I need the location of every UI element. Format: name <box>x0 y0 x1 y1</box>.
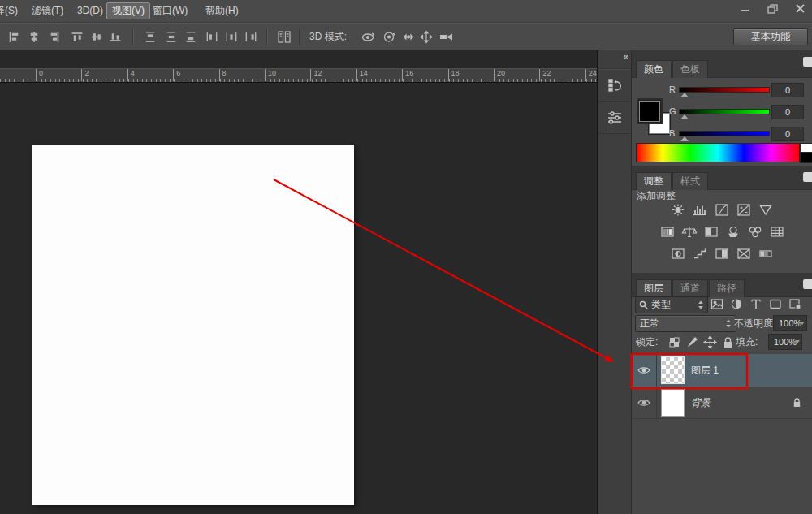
lock-pixels-icon[interactable] <box>685 335 699 349</box>
align-center-h-icon[interactable] <box>27 30 41 44</box>
options-separator <box>299 28 300 45</box>
blend-opacity-row: 正常 不透明度: 100% <box>632 315 812 331</box>
distribute-center-icon[interactable] <box>224 30 239 44</box>
minimize-button[interactable] <box>737 3 752 15</box>
menu-window[interactable]: 窗口(W) <box>148 0 192 22</box>
green-slider-thumb[interactable] <box>680 114 689 119</box>
pixel-layer-filter-icon[interactable] <box>710 297 724 311</box>
lock-transparent-icon[interactable] <box>667 335 681 349</box>
adjustment-layer-filter-icon[interactable] <box>729 297 744 311</box>
workspace-switcher-button[interactable]: 基本功能 <box>733 28 808 45</box>
close-button[interactable] <box>793 3 807 15</box>
blend-mode-value: 正常 <box>640 317 725 330</box>
align-middle-icon[interactable] <box>89 30 104 44</box>
distribute-middle-icon[interactable] <box>164 30 179 44</box>
distribute-left-icon[interactable] <box>205 30 219 44</box>
align-bottom-icon[interactable] <box>108 30 123 44</box>
red-value-field[interactable]: 0 <box>771 83 804 97</box>
green-channel-row: G 0 <box>632 105 812 119</box>
distribute-bottom-icon[interactable] <box>184 30 198 44</box>
layer-row-layer1[interactable]: 图层 1 <box>632 354 812 387</box>
fill-field[interactable]: 100% <box>768 334 802 350</box>
distribute-right-icon[interactable] <box>244 30 258 44</box>
horizontal-ruler[interactable]: 024681012141618202224 <box>0 68 597 83</box>
color-balance-icon[interactable] <box>680 225 698 239</box>
color-lookup-icon[interactable] <box>768 225 786 239</box>
search-icon <box>639 300 648 309</box>
red-slider-thumb[interactable] <box>680 93 689 97</box>
3d-slide-icon[interactable] <box>419 30 434 44</box>
panel-menu-icon[interactable] <box>803 172 812 182</box>
restore-button[interactable] <box>765 3 780 15</box>
menu-view[interactable]: 视图(V) <box>106 2 150 19</box>
blue-slider-thumb[interactable] <box>680 136 689 141</box>
color-spectrum-ramp[interactable] <box>636 143 800 162</box>
vibrance-icon[interactable] <box>757 203 775 217</box>
3d-mode-label: 3D 模式: <box>309 23 347 50</box>
blue-value-field[interactable]: 0 <box>771 127 804 141</box>
green-value-field[interactable]: 0 <box>771 105 804 119</box>
blue-slider[interactable] <box>679 131 770 136</box>
spectrum-black-swatch[interactable] <box>800 152 812 163</box>
panel-menu-icon[interactable] <box>803 57 812 67</box>
visibility-toggle[interactable] <box>632 387 657 418</box>
layer-filter-kind-select[interactable]: 类型 <box>635 296 708 313</box>
photo-filter-icon[interactable] <box>724 225 742 239</box>
threshold-icon[interactable] <box>713 247 731 261</box>
align-right-icon[interactable] <box>47 30 62 44</box>
type-layer-filter-icon[interactable] <box>749 297 763 311</box>
brightness-contrast-icon[interactable] <box>669 203 687 217</box>
align-left-icon[interactable] <box>6 30 21 44</box>
menu-3d[interactable]: 3D(D) <box>72 0 108 22</box>
visibility-toggle[interactable] <box>632 354 657 387</box>
menu-select[interactable]: 择(S) <box>0 0 23 22</box>
layer-thumbnail[interactable] <box>662 390 684 416</box>
layer-thumbnail[interactable] <box>662 357 684 383</box>
lock-position-icon[interactable] <box>703 335 717 349</box>
posterize-icon[interactable] <box>691 247 709 261</box>
ruler-label: 10 <box>265 69 276 81</box>
blend-mode-select[interactable]: 正常 <box>635 315 736 332</box>
invert-icon[interactable] <box>669 247 687 261</box>
panel-menu-icon[interactable] <box>803 279 812 289</box>
layer-row-background[interactable]: 背景 <box>632 387 812 419</box>
levels-icon[interactable] <box>691 203 709 217</box>
opacity-field[interactable]: 100% <box>773 315 807 331</box>
curves-icon[interactable] <box>713 203 731 217</box>
ruler-label: 16 <box>402 69 413 81</box>
adjustments-content: 添加调整 <box>632 187 812 273</box>
selective-color-icon[interactable] <box>735 247 753 261</box>
black-white-icon[interactable] <box>702 225 720 239</box>
channel-mixer-icon[interactable] <box>746 225 764 239</box>
menu-filter[interactable]: 滤镜(T) <box>27 0 68 22</box>
distribute-top-icon[interactable] <box>143 30 158 44</box>
exposure-icon[interactable] <box>735 203 753 217</box>
ruler-label: 12 <box>310 69 322 81</box>
red-slider[interactable] <box>679 87 770 93</box>
3d-roll-icon[interactable] <box>382 30 396 44</box>
3d-drag-icon[interactable] <box>401 30 416 44</box>
eye-icon <box>637 398 650 408</box>
smart-object-filter-icon[interactable] <box>788 297 802 311</box>
document-canvas[interactable] <box>32 145 354 505</box>
gradient-map-icon[interactable] <box>757 247 775 261</box>
spinner-icon <box>725 319 732 328</box>
3d-scale-icon[interactable] <box>438 30 455 44</box>
align-top-icon[interactable] <box>70 30 84 44</box>
layer-name[interactable]: 背景 <box>691 396 710 410</box>
history-panel-button[interactable] <box>598 68 631 102</box>
shape-layer-filter-icon[interactable] <box>768 297 783 311</box>
layer-name[interactable]: 图层 1 <box>691 364 719 378</box>
options-separator <box>266 28 268 45</box>
3d-rotate-icon[interactable] <box>360 30 376 44</box>
menu-help[interactable]: 帮助(H) <box>201 0 244 22</box>
3d-panel-icon[interactable] <box>276 30 292 44</box>
hue-saturation-icon[interactable] <box>659 225 676 239</box>
expand-panels-button[interactable]: « <box>623 51 628 63</box>
lock-all-icon[interactable] <box>721 335 735 349</box>
kind-label: 类型 <box>651 298 694 312</box>
properties-panel-button[interactable] <box>598 101 631 134</box>
eye-icon <box>637 365 650 375</box>
adjustments-panel: 调整 样式 添加调整 <box>632 166 812 273</box>
green-slider[interactable] <box>679 109 770 114</box>
